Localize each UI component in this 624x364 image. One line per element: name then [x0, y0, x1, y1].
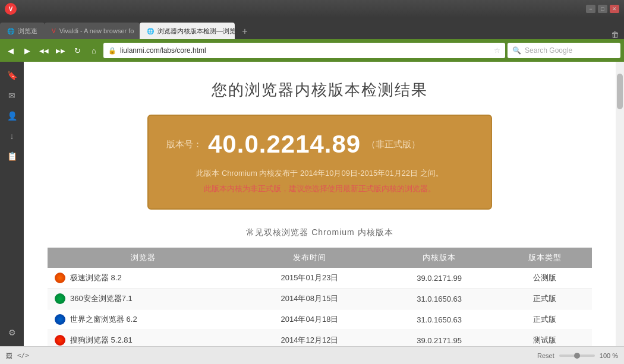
col-version: 内核版本	[380, 248, 497, 268]
scrollbar[interactable]	[616, 62, 624, 346]
sidebar-download-icon[interactable]: ↓	[3, 127, 21, 145]
tab-2-label: Vivaldi - A new browser fo	[59, 27, 134, 34]
sidebar-bookmark-icon[interactable]: 🔖	[3, 67, 21, 84]
bookmark-icon[interactable]: ☆	[494, 46, 500, 55]
version-label: 版本号：	[166, 139, 202, 150]
maximize-button[interactable]: □	[598, 5, 607, 13]
sidebar: 🔖 ✉ 👤 ↓ 📋 ⚙	[0, 62, 24, 346]
tab-1[interactable]: 🌐 浏览迷	[0, 23, 45, 39]
sidebar-mail-icon[interactable]: ✉	[3, 87, 21, 105]
cell-version: 31.0.1650.63	[380, 289, 497, 309]
table-row: 搜狗浏览器 5.2.81 2014年12月12日 39.0.2171.95 测试…	[48, 330, 592, 347]
cell-version: 39.0.2171.95	[380, 330, 497, 347]
table-body: 极速浏览器 8.2 2015年01月23日 39.0.2171.99 公测版 3…	[48, 268, 592, 346]
vivaldi-logo: V	[5, 3, 17, 15]
reload-button[interactable]: ↻	[70, 43, 84, 58]
forward-button[interactable]: ▶	[20, 43, 34, 58]
trash-icon[interactable]: 🗑	[611, 30, 624, 39]
version-date: 此版本 Chromium 内核发布于 2014年10月09日-2015年01月2…	[166, 168, 473, 179]
page-title: 您的浏览器内核版本检测结果	[48, 80, 592, 100]
version-info: 此版本 Chromium 内核发布于 2014年10月09日-2015年01月2…	[166, 168, 473, 194]
sidebar-notes-icon[interactable]: 📋	[3, 147, 21, 165]
cell-date: 2014年12月12日	[239, 330, 381, 347]
minimize-button[interactable]: −	[586, 5, 595, 13]
table-row: 360安全浏览器7.1 2014年08月15日 31.0.1650.63 正式版	[48, 289, 592, 309]
tab-3-label: 浏览器内核版本检测—浏览	[157, 27, 235, 36]
cell-type: 公测版	[498, 268, 592, 289]
cell-version: 31.0.1650.63	[380, 309, 497, 330]
new-tab-button[interactable]: +	[237, 24, 253, 39]
zoom-percent: 100 %	[600, 352, 618, 359]
tab-1-label: 浏览迷	[18, 27, 37, 36]
url-text: liulanmi.com/labs/core.html	[120, 46, 490, 55]
close-button[interactable]: ✕	[610, 5, 619, 13]
browser-logo	[55, 335, 65, 346]
table-header: 浏览器 发布时间 内核版本 版本类型	[48, 248, 592, 268]
table-row: 世界之窗浏览器 6.2 2014年04月18日 31.0.1650.63 正式版	[48, 309, 592, 330]
cell-date: 2015年01月23日	[239, 268, 381, 289]
version-main: 版本号： 40.0.2214.89 （非正式版）	[166, 130, 473, 159]
col-date: 发布时间	[239, 248, 381, 268]
search-icon: 🔍	[512, 46, 521, 55]
search-input[interactable]: 🔍 Search Google	[508, 43, 620, 58]
sidebar-settings-icon[interactable]: ⚙	[3, 324, 21, 341]
cell-browser-name: 360安全浏览器7.1	[48, 289, 239, 309]
cell-type: 正式版	[498, 289, 592, 309]
back-button[interactable]: ◀	[4, 43, 18, 58]
browser-body: 🔖 ✉ 👤 ↓ 📋 ⚙ 您的浏览器内核版本检测结果 版本号： 40.0.2214…	[0, 62, 624, 346]
cell-date: 2014年08月15日	[239, 289, 381, 309]
home-button[interactable]: ⌂	[87, 43, 101, 58]
version-number: 40.0.2214.89	[208, 130, 361, 159]
title-bar-left: V	[5, 3, 17, 15]
cell-type: 测试版	[498, 330, 592, 347]
table-row: 极速浏览器 8.2 2015年01月23日 39.0.2171.99 公测版	[48, 268, 592, 289]
title-bar-controls: − □ ✕	[586, 5, 619, 13]
back-fast-button[interactable]: ◀◀	[37, 43, 51, 58]
cell-version: 39.0.2171.99	[380, 268, 497, 289]
browser-logo	[55, 314, 65, 325]
zoom-thumb	[574, 353, 580, 359]
version-warning: 此版本内核为非正式版，建议您选择使用最新正式版内核的浏览器。	[166, 183, 473, 194]
bottom-bar: 🖼 </> Reset 100 %	[0, 346, 624, 364]
col-type: 版本类型	[498, 248, 592, 268]
address-bar: ◀ ▶ ◀◀ ▶▶ ↻ ⌂ 🔒 liulanmi.com/labs/core.h…	[0, 39, 624, 62]
image-icon[interactable]: 🖼	[6, 352, 12, 359]
code-icon[interactable]: </>	[17, 352, 29, 359]
cell-browser-name: 极速浏览器 8.2	[48, 268, 239, 289]
browser-table: 浏览器 发布时间 内核版本 版本类型 极速浏览器 8.2 2015年01月23日…	[48, 248, 592, 346]
zoom-slider[interactable]	[559, 354, 595, 357]
search-placeholder: Search Google	[525, 46, 572, 55]
section-title: 常见双核浏览器 Chromium 内核版本	[48, 227, 592, 238]
page-content: 您的浏览器内核版本检测结果 版本号： 40.0.2214.89 （非正式版） 此…	[24, 62, 616, 346]
version-tag: （非正式版）	[367, 139, 420, 150]
tab-bar: 🌐 浏览迷 V Vivaldi - A new browser fo 🌐 浏览器…	[0, 18, 624, 39]
sidebar-contacts-icon[interactable]: 👤	[3, 107, 21, 125]
title-bar: V − □ ✕	[0, 0, 624, 18]
scrollbar-thumb[interactable]	[617, 74, 623, 109]
tab-2-icon: V	[52, 28, 56, 34]
browser-logo	[55, 273, 65, 283]
browser-logo	[55, 293, 65, 304]
address-input[interactable]: 🔒 liulanmi.com/labs/core.html ☆	[103, 43, 505, 58]
cell-date: 2014年04月18日	[239, 309, 381, 330]
tab-1-icon: 🌐	[7, 28, 14, 34]
cell-type: 正式版	[498, 309, 592, 330]
col-browser: 浏览器	[48, 248, 239, 268]
reset-label[interactable]: Reset	[537, 352, 554, 359]
tab-3[interactable]: 🌐 浏览器内核版本检测—浏览	[140, 23, 235, 39]
cell-browser-name: 世界之窗浏览器 6.2	[48, 309, 239, 330]
forward-fast-button[interactable]: ▶▶	[53, 43, 68, 58]
cell-browser-name: 搜狗浏览器 5.2.81	[48, 330, 239, 347]
tab-3-icon: 🌐	[147, 28, 154, 34]
tab-2[interactable]: V Vivaldi - A new browser fo	[45, 23, 140, 39]
version-box: 版本号： 40.0.2214.89 （非正式版） 此版本 Chromium 内核…	[147, 115, 492, 210]
lock-icon: 🔒	[108, 47, 116, 55]
